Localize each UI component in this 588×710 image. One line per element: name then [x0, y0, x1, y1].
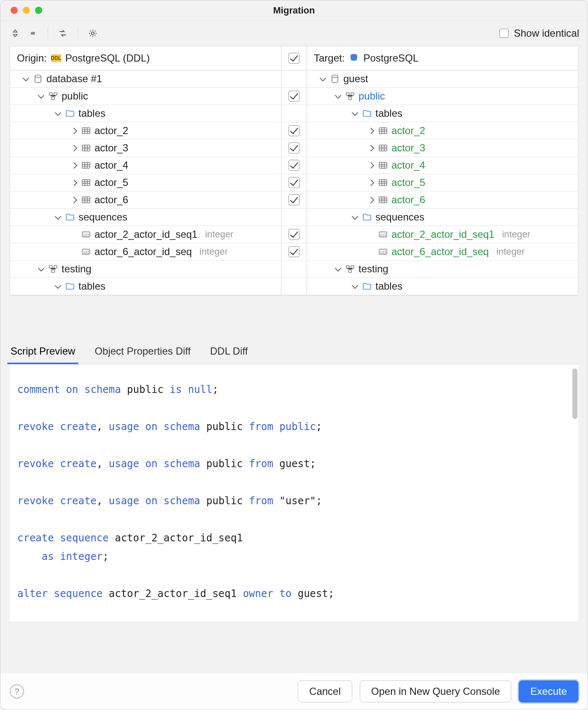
chevron-down-icon[interactable] — [54, 213, 62, 221]
open-in-console-button[interactable]: Open in New Query Console — [360, 680, 511, 702]
row-checkbox[interactable] — [289, 229, 299, 240]
tree-cell[interactable]: actor_5 — [10, 174, 281, 191]
header-checkbox-cell[interactable] — [281, 46, 307, 70]
row-checkbox[interactable] — [289, 143, 299, 153]
row-checkbox-cell[interactable] — [281, 243, 307, 261]
chevron-down-icon[interactable] — [319, 75, 326, 83]
tree-cell[interactable]: public — [307, 88, 578, 105]
script-preview-code[interactable]: comment on schema public is null; revoke… — [10, 374, 578, 621]
tree-label: testing — [62, 263, 92, 275]
collapse-all-button[interactable] — [27, 27, 39, 40]
chevron-right-icon[interactable] — [367, 196, 375, 204]
row-checkbox-cell[interactable] — [281, 88, 307, 105]
scrollbar-thumb[interactable] — [572, 368, 577, 419]
row-checkbox-cell[interactable] — [281, 105, 307, 122]
tree-cell[interactable]: actor_3 — [10, 140, 281, 157]
tree-cell[interactable]: testing — [307, 261, 578, 278]
tree-cell[interactable]: public — [10, 88, 281, 105]
svg-text:123: 123 — [83, 233, 89, 237]
chevron-right-icon[interactable] — [70, 127, 78, 134]
tree-cell[interactable]: tables — [10, 105, 281, 122]
chevron-down-icon[interactable] — [334, 265, 342, 273]
chevron-right-icon[interactable] — [367, 161, 375, 169]
tree-cell[interactable]: actor_3 — [307, 140, 578, 157]
chevron-right-icon[interactable] — [70, 144, 78, 152]
tree-cell[interactable]: tables — [10, 278, 281, 295]
tree-cell[interactable]: 123actor_6_actor_id_seqinteger — [307, 243, 578, 261]
chevron-down-icon[interactable] — [351, 213, 359, 221]
svg-rect-27 — [49, 266, 52, 268]
folder-icon — [362, 212, 372, 222]
tree-cell[interactable]: actor_5 — [307, 174, 578, 191]
chevron-right-icon[interactable] — [367, 127, 375, 134]
tree-cell[interactable]: sequences — [10, 209, 281, 226]
settings-button[interactable] — [86, 27, 99, 40]
tree-cell[interactable]: actor_4 — [10, 157, 281, 174]
cancel-button[interactable]: Cancel — [298, 680, 352, 702]
row-checkbox[interactable] — [289, 125, 299, 136]
tree-type: integer — [496, 246, 525, 257]
chevron-right-icon[interactable] — [367, 144, 375, 152]
tree-cell[interactable]: actor_6 — [10, 191, 281, 209]
tree-cell[interactable]: 123actor_2_actor_id_seq1integer — [10, 226, 281, 243]
chevron-right-icon[interactable] — [70, 179, 78, 186]
tree-cell[interactable]: sequences — [307, 209, 578, 226]
tree-label: actor_3 — [391, 142, 425, 154]
tree-cell[interactable]: database #1 — [10, 70, 281, 88]
swap-button[interactable] — [57, 27, 69, 40]
show-identical-toggle[interactable]: Show identical — [499, 27, 579, 39]
chevron-down-icon[interactable] — [351, 110, 359, 117]
row-checkbox[interactable] — [289, 177, 299, 188]
chevron-down-icon[interactable] — [37, 265, 45, 273]
table-icon — [378, 126, 388, 136]
minimize-window-button[interactable] — [23, 7, 30, 14]
row-checkbox[interactable] — [289, 246, 299, 257]
tree-cell[interactable]: actor_6 — [307, 191, 578, 209]
tree-cell[interactable]: guest — [307, 70, 578, 88]
select-all-checkbox[interactable] — [289, 53, 299, 64]
svg-rect-13 — [82, 162, 90, 168]
chevron-down-icon[interactable] — [22, 75, 30, 83]
tab-ddl-diff[interactable]: DDL Diff — [209, 341, 248, 364]
row-checkbox-cell[interactable] — [281, 261, 307, 278]
row-checkbox-cell[interactable] — [281, 70, 307, 88]
tab-object-properties-diff[interactable]: Object Properties Diff — [94, 341, 192, 364]
row-checkbox-cell[interactable] — [281, 122, 307, 140]
chevron-right-icon[interactable] — [70, 161, 78, 169]
row-checkbox-cell[interactable] — [281, 209, 307, 226]
tree-cell[interactable]: actor_2 — [10, 122, 281, 140]
show-identical-checkbox[interactable] — [499, 29, 509, 38]
row-checkbox-cell[interactable] — [281, 226, 307, 243]
chevron-down-icon[interactable] — [54, 110, 62, 117]
execute-button[interactable]: Execute — [519, 680, 578, 702]
origin-header: Origin: DDL PostgreSQL (DDL) — [10, 46, 281, 70]
tab-script-preview[interactable]: Script Preview — [10, 341, 76, 364]
chevron-down-icon[interactable] — [54, 282, 62, 290]
tree-cell[interactable]: actor_2 — [307, 122, 578, 140]
row-checkbox-cell[interactable] — [281, 278, 307, 295]
tree-cell[interactable]: tables — [307, 105, 578, 122]
row-checkbox[interactable] — [289, 194, 299, 205]
row-checkbox-cell[interactable] — [281, 174, 307, 191]
tree-cell[interactable]: 123actor_2_actor_id_seq1integer — [307, 226, 578, 243]
chevron-down-icon[interactable] — [351, 282, 359, 290]
expand-all-button[interactable] — [9, 27, 22, 40]
chevron-down-icon[interactable] — [37, 92, 45, 100]
maximize-window-button[interactable] — [35, 7, 42, 14]
row-checkbox[interactable] — [289, 160, 299, 171]
table-icon — [81, 178, 91, 188]
chevron-right-icon[interactable] — [367, 179, 375, 186]
row-checkbox-cell[interactable] — [281, 191, 307, 209]
row-checkbox-cell[interactable] — [281, 157, 307, 174]
help-button[interactable]: ? — [10, 684, 24, 699]
chevron-down-icon[interactable] — [334, 92, 342, 100]
tree-label: actor_2 — [391, 125, 425, 137]
tree-cell[interactable]: actor_4 — [307, 157, 578, 174]
tree-cell[interactable]: 123actor_6_actor_id_seqinteger — [10, 243, 281, 261]
row-checkbox-cell[interactable] — [281, 140, 307, 157]
row-checkbox[interactable] — [289, 91, 299, 102]
tree-cell[interactable]: tables — [307, 278, 578, 295]
close-window-button[interactable] — [11, 7, 18, 14]
tree-cell[interactable]: testing — [10, 261, 281, 278]
chevron-right-icon[interactable] — [70, 196, 78, 204]
